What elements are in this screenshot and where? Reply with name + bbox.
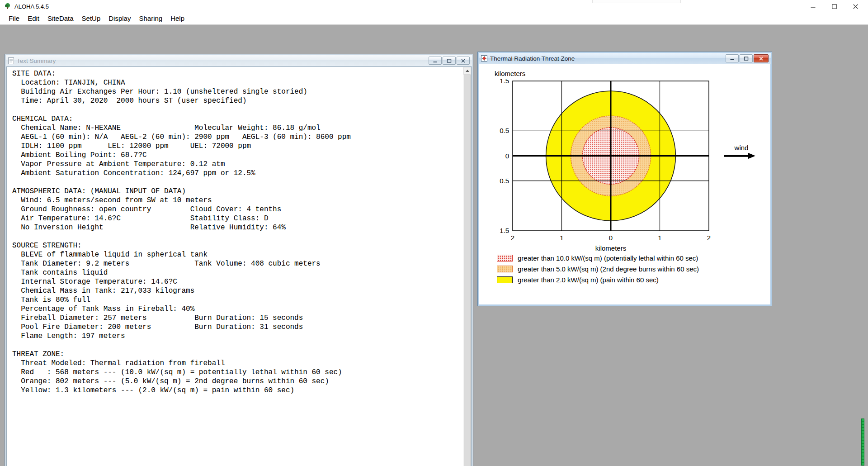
menu-edit[interactable]: Edit xyxy=(24,13,43,24)
text-summary-content: SITE DATA: Location: TIANJIN, CHINA Buil… xyxy=(6,67,472,466)
green-indicator-bar xyxy=(861,418,864,466)
y-tick-label: 0 xyxy=(505,152,509,160)
threat-zone-legend: greater than 10.0 kW/(sq m) (potentially… xyxy=(497,252,699,285)
text-summary-titlebar[interactable]: Text Summary xyxy=(6,55,472,66)
legend-row-yellow: greater than 2.0 kW/(sq m) (pain within … xyxy=(497,274,699,285)
threat-zone-titlebar[interactable]: Thermal Radiation Threat Zone xyxy=(479,53,771,64)
menu-sharing[interactable]: Sharing xyxy=(135,13,166,24)
legend-row-red: greater than 10.0 kW/(sq m) (potentially… xyxy=(497,252,699,263)
text-summary-title: Text Summary xyxy=(17,57,56,64)
y-axis-title: kilometers xyxy=(495,70,525,77)
x-tick-label: 0 xyxy=(609,234,613,242)
text-summary-minimize-button[interactable] xyxy=(429,57,442,65)
menu-display[interactable]: Display xyxy=(104,13,135,24)
threat-zone-title: Thermal Radiation Threat Zone xyxy=(490,55,575,62)
legend-label-orange: greater than 5.0 kW/(sq m) (2nd degree b… xyxy=(518,265,699,273)
background-window-edge xyxy=(592,0,681,3)
legend-swatch-orange xyxy=(497,266,513,272)
app-close-button[interactable] xyxy=(845,0,866,13)
x-tick-label: 2 xyxy=(511,234,514,242)
menu-setup[interactable]: SetUp xyxy=(78,13,105,24)
threat-zone-minimize-button[interactable] xyxy=(726,54,739,62)
x-tick-label: 2 xyxy=(707,234,711,242)
y-tick-label: 0.5 xyxy=(500,177,509,185)
legend-label-red: greater than 10.0 kW/(sq m) (potentially… xyxy=(518,254,698,262)
aloha-app-icon xyxy=(4,3,11,10)
legend-row-orange: greater than 5.0 kW/(sq m) (2nd degree b… xyxy=(497,263,699,274)
text-summary-close-button[interactable] xyxy=(457,57,470,65)
text-summary-restore-button[interactable] xyxy=(443,57,456,65)
legend-swatch-yellow xyxy=(497,276,513,283)
x-tick-label: 1 xyxy=(560,234,563,242)
text-summary-window: Text Summary SITE DATA: Location: TIANJI… xyxy=(5,54,473,466)
document-icon xyxy=(8,57,14,64)
app-menubar: File Edit SiteData SetUp Display Sharing… xyxy=(0,13,868,24)
legend-swatch-red xyxy=(497,255,513,262)
threat-zone-plot: 1.50.500.51.521012kilometerskilometerswi… xyxy=(479,64,771,252)
vertical-scrollbar[interactable] xyxy=(463,67,471,466)
mdi-area: Text Summary SITE DATA: Location: TIANJI… xyxy=(0,24,868,466)
x-axis-title: kilometers xyxy=(595,244,626,252)
x-tick-label: 1 xyxy=(658,234,661,242)
app-title: ALOHA 5.4.5 xyxy=(14,3,49,10)
menu-file[interactable]: File xyxy=(5,13,24,24)
wind-label: wind xyxy=(734,144,749,152)
text-summary-text: SITE DATA: Location: TIANJIN, CHINA Buil… xyxy=(7,67,463,466)
legend-label-yellow: greater than 2.0 kW/(sq m) (pain within … xyxy=(518,276,659,284)
threat-zone-window-controls xyxy=(726,54,769,62)
threat-zone-restore-button[interactable] xyxy=(740,54,753,62)
app-titlebar: ALOHA 5.4.5 xyxy=(0,0,868,13)
app-minimize-button[interactable] xyxy=(802,0,824,13)
app-maximize-button[interactable] xyxy=(824,0,845,13)
vertical-scrollbar-thumb[interactable] xyxy=(464,75,471,466)
scroll-up-button[interactable] xyxy=(463,67,471,75)
wind-arrow-head xyxy=(748,153,755,159)
y-tick-label: 1.5 xyxy=(500,77,509,85)
threat-zone-close-button[interactable] xyxy=(754,54,769,62)
threat-zone-window: Thermal Radiation Threat Zone 1.50.500.5… xyxy=(477,52,772,306)
menu-help[interactable]: Help xyxy=(166,13,189,24)
threat-plot-icon xyxy=(481,55,487,62)
app-window-controls xyxy=(802,0,866,13)
threat-zone-content: 1.50.500.51.521012kilometerskilometerswi… xyxy=(479,64,770,304)
y-tick-label: 1.5 xyxy=(500,227,509,234)
menu-sitedata[interactable]: SiteData xyxy=(43,13,78,24)
y-tick-label: 0.5 xyxy=(500,127,509,134)
text-summary-window-controls xyxy=(429,57,470,65)
